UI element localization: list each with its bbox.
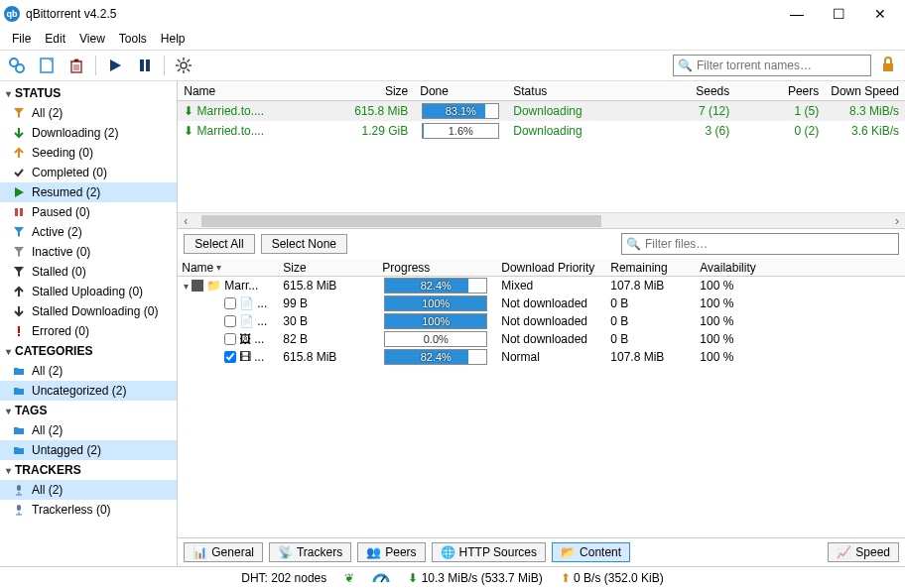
filter-files-input[interactable] (645, 237, 894, 251)
tristate-checkbox[interactable] (192, 280, 203, 292)
up-icon (12, 147, 26, 159)
sidebar-item[interactable]: Trackerless (0) (0, 500, 177, 520)
sidebar-item-label: Untagged (2) (32, 443, 101, 457)
down-icon (12, 305, 26, 317)
sidebar-item[interactable]: Stalled Uploading (0) (0, 282, 177, 301)
sidebar-item[interactable]: Stalled (0) (0, 262, 177, 282)
filter-files-box[interactable]: 🔍 (621, 233, 899, 255)
sidebar-header[interactable]: ▾TAGS (0, 401, 177, 420)
file-list: Name ▾ Size Progress Download Priority R… (178, 259, 905, 537)
sidebar-item[interactable]: Errored (0) (0, 321, 177, 341)
maximize-button[interactable]: ☐ (818, 2, 859, 26)
up-icon (12, 286, 26, 297)
col-done[interactable]: Done (414, 84, 507, 98)
close-button[interactable]: ✕ (859, 2, 901, 26)
svg-rect-9 (20, 208, 23, 216)
svg-point-1 (16, 64, 24, 72)
delete-button[interactable] (65, 55, 87, 76)
sidebar-header[interactable]: ▾TRACKERS (0, 460, 177, 480)
sidebar-item[interactable]: Inactive (0) (0, 242, 177, 262)
sidebar-item[interactable]: Downloading (2) (0, 123, 177, 143)
add-link-button[interactable] (6, 55, 28, 76)
chevron-down-icon: ▾ (6, 88, 11, 99)
sidebar-item[interactable]: Completed (0) (0, 163, 177, 182)
tab-content[interactable]: 📂Content (552, 542, 630, 562)
file-toolbar: Select All Select None 🔍 (178, 229, 905, 259)
col-seeds[interactable]: Seeds (626, 84, 735, 98)
pause-button[interactable] (134, 55, 156, 76)
sidebar-item[interactable]: Active (2) (0, 222, 177, 242)
filter-icon (12, 246, 26, 258)
menu-view[interactable]: View (73, 30, 111, 48)
fcol-availability[interactable]: Availability (694, 261, 773, 275)
file-row[interactable]: 📄 ...30 B100%Not downloaded0 B100 % (178, 312, 905, 330)
dht-status: DHT: 202 nodes (241, 571, 326, 585)
fcol-size[interactable]: Size (277, 261, 376, 275)
add-file-button[interactable] (36, 55, 58, 76)
menu-file[interactable]: File (6, 30, 37, 48)
sidebar-item-label: All (2) (32, 364, 63, 378)
menu-bar: FileEditViewToolsHelp (0, 28, 905, 50)
gauge-icon[interactable] (372, 572, 390, 584)
col-size[interactable]: Size (334, 84, 414, 98)
sidebar-item[interactable]: All (2) (0, 103, 177, 123)
fcol-remaining[interactable]: Remaining (604, 261, 694, 275)
filter-torrents-input[interactable] (697, 59, 866, 72)
select-none-button[interactable]: Select None (261, 234, 347, 254)
torrent-row[interactable]: ⬇ Married.to....1.29 GiB1.6%Downloading3… (178, 121, 905, 141)
sidebar-header[interactable]: ▾CATEGORIES (0, 341, 177, 361)
select-all-button[interactable]: Select All (184, 234, 254, 254)
menu-tools[interactable]: Tools (113, 30, 153, 48)
sidebar-item[interactable]: Untagged (2) (0, 440, 177, 460)
bang-icon (12, 325, 26, 337)
file-name: Marr... (224, 279, 258, 293)
filter-torrents-box[interactable]: 🔍 (673, 55, 871, 76)
sidebar-item[interactable]: All (2) (0, 361, 177, 381)
file-checkbox[interactable] (224, 351, 236, 363)
tab-icon: 📂 (561, 545, 576, 559)
sidebar-item[interactable]: Paused (0) (0, 202, 177, 222)
sidebar-item[interactable]: All (2) (0, 420, 177, 440)
sidebar-item-label: Trackerless (0) (32, 503, 111, 517)
torrent-row[interactable]: ⬇ Married.to....615.8 MiB83.1%Downloadin… (178, 101, 905, 121)
sidebar-item[interactable]: Seeding (0) (0, 143, 177, 163)
fcol-name[interactable]: Name ▾ (178, 261, 277, 275)
col-status[interactable]: Status (507, 84, 626, 98)
resume-button[interactable] (104, 55, 126, 76)
sidebar-header[interactable]: ▾STATUS (0, 83, 177, 103)
sidebar-item-label: Seeding (0) (32, 146, 93, 160)
check-icon (12, 167, 26, 178)
settings-button[interactable] (173, 55, 194, 76)
file-row[interactable]: 🖼 ...82 B0.0%Not downloaded0 B100 % (178, 330, 905, 348)
tab-trackers[interactable]: 📡Trackers (269, 542, 351, 562)
fcol-progress[interactable]: Progress (376, 261, 495, 275)
tab-peers[interactable]: 👥Peers (357, 542, 425, 562)
folder-icon: 📁 (206, 279, 221, 293)
file-row[interactable]: ▾ 📁 Marr...615.8 MiB82.4%Mixed107.8 MiB1… (178, 277, 905, 294)
lock-button[interactable] (879, 56, 899, 75)
svg-rect-12 (17, 485, 21, 491)
file-checkbox[interactable] (224, 333, 236, 345)
svg-rect-11 (18, 334, 20, 336)
expand-icon[interactable]: ▾ (184, 281, 189, 292)
col-down-speed[interactable]: Down Speed (825, 84, 905, 98)
menu-edit[interactable]: Edit (39, 30, 71, 48)
menu-help[interactable]: Help (155, 30, 192, 48)
file-checkbox[interactable] (224, 297, 236, 309)
file-row[interactable]: 🎞 ...615.8 MiB82.4%Normal107.8 MiB100 % (178, 348, 905, 366)
sidebar-item[interactable]: Stalled Downloading (0) (0, 301, 177, 321)
sidebar-item[interactable]: Resumed (2) (0, 182, 177, 202)
col-name[interactable]: Name (178, 84, 334, 98)
tab-general[interactable]: 📊General (184, 542, 263, 562)
fcol-priority[interactable]: Download Priority (495, 261, 604, 275)
file-checkbox[interactable] (224, 315, 236, 327)
toolbar: 🔍 (0, 50, 905, 81)
sidebar-item[interactable]: Uncategorized (2) (0, 381, 177, 401)
tab-speed[interactable]: 📈Speed (828, 542, 899, 562)
col-peers[interactable]: Peers (735, 84, 825, 98)
sidebar-item[interactable]: All (2) (0, 480, 177, 500)
file-row[interactable]: 📄 ...99 B100%Not downloaded0 B100 % (178, 294, 905, 312)
tab-http-sources[interactable]: 🌐HTTP Sources (432, 542, 546, 562)
minimize-button[interactable]: — (776, 2, 818, 26)
torrent-scrollbar[interactable]: ‹› (178, 212, 905, 228)
